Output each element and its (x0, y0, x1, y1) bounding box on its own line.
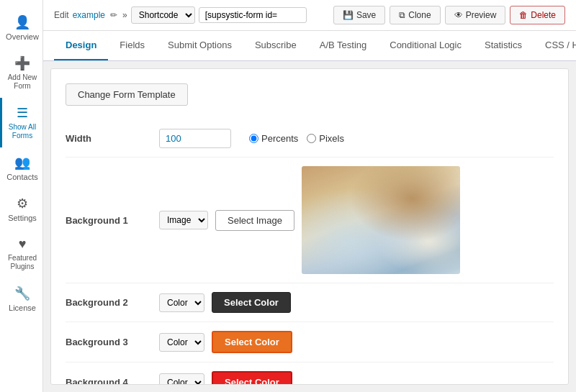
main-content: Edit example ✏ » Shortcode 💾 Save ⧉ C (43, 0, 576, 392)
width-label: Width (66, 133, 145, 144)
background2-controls: Color Select Color (159, 292, 554, 313)
sidebar: 👤 Overview ➕ Add New Form ☰ Show All For… (0, 0, 43, 392)
sidebar-item-license[interactable]: 🔧 License (0, 278, 42, 319)
change-template-button[interactable]: Change Form Template (66, 83, 188, 106)
license-icon: 🔧 (14, 286, 30, 301)
delete-button[interactable]: 🗑 Delete (510, 6, 565, 24)
pencil-icon: ✏ (110, 10, 117, 20)
background2-type-select[interactable]: Color (159, 293, 204, 312)
percents-radio[interactable] (249, 134, 258, 143)
width-input[interactable] (159, 129, 231, 148)
tab-submit-options[interactable]: Submit Options (156, 31, 243, 60)
top-bar-actions: 💾 Save ⧉ Clone 👁 Preview 🗑 Delete (333, 6, 565, 24)
sidebar-item-label: Show All Forms (6, 123, 39, 140)
contacts-icon: 👥 (14, 155, 30, 170)
sidebar-item-show-all-forms[interactable]: ☰ Show All Forms (0, 98, 42, 147)
image-preview-inner (302, 166, 460, 274)
background3-label: Background 3 (66, 337, 145, 347)
tab-css-html[interactable]: CSS / HTML Code (534, 31, 576, 60)
background4-row: Background 4 Color Select Color (66, 363, 554, 385)
background3-controls: Color Select Color (159, 331, 554, 353)
background4-controls: Color Select Color (159, 371, 554, 385)
background2-row: Background 2 Color Select Color (66, 283, 554, 322)
width-controls: Percents Pixels (159, 129, 554, 148)
shortcode-select[interactable]: Shortcode (131, 6, 195, 24)
sidebar-item-label: License (9, 304, 36, 312)
sidebar-item-settings[interactable]: ⚙ Settings (0, 188, 42, 229)
clone-button[interactable]: ⧉ Clone (390, 6, 440, 24)
preview-button[interactable]: 👁 Preview (445, 6, 506, 24)
select-image-button[interactable]: Select Image (215, 210, 294, 231)
shortcode-input[interactable] (199, 7, 307, 23)
pixels-radio-label[interactable]: Pixels (307, 133, 344, 144)
tab-design[interactable]: Design (54, 31, 108, 60)
background2-label: Background 2 (66, 297, 145, 308)
sidebar-item-label: Contacts (6, 173, 37, 181)
save-icon: 💾 (343, 10, 354, 20)
sidebar-item-label: Settings (8, 214, 37, 222)
background1-controls: Image Select Image (159, 166, 554, 274)
background1-image-preview (302, 166, 460, 274)
background3-row: Background 3 Color Select Color (66, 322, 554, 363)
sidebar-item-label: Add New Form (6, 73, 39, 91)
clone-icon: ⧉ (399, 10, 405, 20)
preview-icon: 👁 (454, 10, 463, 20)
sidebar-item-add-new-form[interactable]: ➕ Add New Form (0, 48, 42, 98)
save-button[interactable]: 💾 Save (333, 6, 385, 24)
tab-ab-testing[interactable]: A/B Testing (308, 31, 379, 60)
background1-label: Background 1 (66, 215, 145, 226)
width-row: Width Percents Pixels (66, 120, 554, 158)
percents-radio-label[interactable]: Percents (249, 133, 298, 144)
width-unit-group: Percents Pixels (249, 133, 344, 144)
select-color2-button[interactable]: Select Color (212, 292, 291, 313)
sidebar-item-contacts[interactable]: 👥 Contacts (0, 147, 42, 188)
form-area: Change Form Template Width Percents Pixe… (50, 68, 569, 385)
tab-fields[interactable]: Fields (108, 31, 156, 60)
settings-icon: ⚙ (17, 196, 28, 211)
background1-row: Background 1 Image Select Image (66, 158, 554, 283)
top-bar: Edit example ✏ » Shortcode 💾 Save ⧉ C (43, 0, 576, 31)
sidebar-item-featured-plugins[interactable]: ♥ Featured Plugins (0, 229, 42, 278)
sidebar-item-label: Overview (6, 32, 39, 41)
background1-type-select[interactable]: Image (159, 211, 208, 229)
percents-label: Percents (261, 133, 298, 144)
heart-icon: ♥ (19, 237, 27, 252)
background4-label: Background 4 (66, 377, 145, 385)
tab-statistics[interactable]: Statistics (473, 31, 534, 60)
arrow-separator: » (122, 10, 127, 20)
pixels-label: Pixels (319, 133, 344, 144)
tab-navigation: Design Fields Submit Options Subscribe A… (43, 31, 576, 61)
select-color4-button[interactable]: Select Color (212, 371, 292, 385)
sidebar-item-label: Featured Plugins (6, 254, 39, 271)
tab-conditional-logic[interactable]: Conditional Logic (378, 31, 473, 60)
edit-label: Edit (54, 10, 69, 20)
add-icon: ➕ (14, 55, 30, 71)
overview-icon: 👤 (14, 14, 30, 30)
select-color3-button[interactable]: Select Color (212, 331, 292, 353)
background4-type-select[interactable]: Color (159, 373, 204, 386)
list-icon: ☰ (17, 105, 28, 121)
example-link[interactable]: example (73, 10, 105, 20)
breadcrumb: Edit example ✏ » Shortcode (54, 6, 328, 24)
tab-subscribe[interactable]: Subscribe (243, 31, 308, 60)
trash-icon: 🗑 (519, 10, 528, 20)
background3-type-select[interactable]: Color (159, 333, 204, 352)
pixels-radio[interactable] (307, 134, 316, 143)
sidebar-item-overview[interactable]: 👤 Overview (0, 7, 42, 48)
